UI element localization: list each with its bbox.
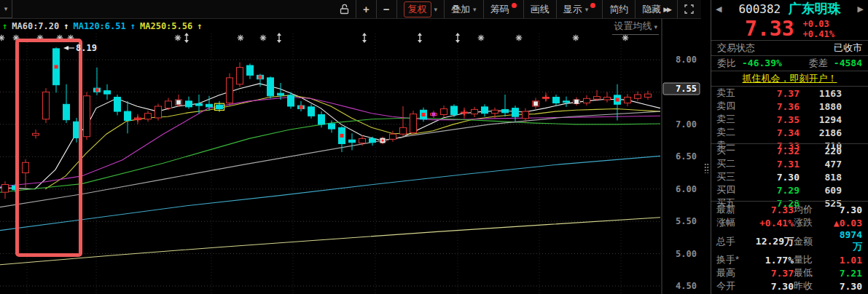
stat-label: 均价 xyxy=(794,203,830,216)
stat-value: ▲0.03 xyxy=(830,218,862,229)
button-label: 画线 xyxy=(531,3,550,16)
stat-value: 8974万 xyxy=(830,229,862,253)
chart-toolbar: ▾ +−复权▾叠加▾筹码画线显示▾简约隐藏▶▶ xyxy=(0,0,701,19)
level-label: 卖四 xyxy=(716,100,748,113)
stat-label: 涨跌 xyxy=(794,216,830,229)
plus-label: + xyxy=(363,3,370,15)
level-price: 7.29 xyxy=(748,185,799,196)
button-label: 简约 xyxy=(609,3,628,16)
level-volume: 477 xyxy=(799,159,842,170)
stats-row: 涨幅+0.41%涨跌▲0.03 xyxy=(711,216,868,229)
stat-label: 总手 xyxy=(716,235,750,248)
bid-row[interactable]: 买三7.30818 xyxy=(711,170,868,183)
stat-label: 换手* xyxy=(716,253,750,266)
stat-label: 最高 xyxy=(716,266,750,279)
stats-row: 总手12.29万金额8974万 xyxy=(711,229,868,253)
level-label: 买二 xyxy=(716,157,748,170)
weibi-value: -46.39% xyxy=(742,57,782,68)
ma-settings-button[interactable]: 设置均线▾ xyxy=(612,20,659,35)
open-account-link[interactable]: 抓住机会，即刻开户！ xyxy=(743,72,837,85)
ask-levels: 卖五7.371163卖四7.361880卖三7.351294卖二7.342186… xyxy=(711,87,868,143)
svg-text:7.00: 7.00 xyxy=(676,119,697,130)
svg-text:6.00: 6.00 xyxy=(676,184,697,194)
level-price: 7.30 xyxy=(748,172,799,183)
toolbar-button-画线[interactable]: 画线 xyxy=(523,0,556,18)
stat-value: 12.29万 xyxy=(750,235,794,248)
drawn-annotation-box[interactable] xyxy=(15,39,82,257)
stat-label: 今开 xyxy=(716,279,750,293)
ask-row[interactable]: 卖五7.371163 xyxy=(711,87,868,100)
ask-row[interactable]: 卖三7.351294 xyxy=(711,113,868,126)
candlestick-chart[interactable]: 8.007.507.006.506.005.505.004.507.55 xyxy=(0,0,701,294)
weicha-value: -4584 xyxy=(834,57,862,68)
zoom-in-button[interactable]: + xyxy=(356,0,376,18)
up-arrow-icon: ↑ xyxy=(130,21,136,31)
unlock-icon xyxy=(340,4,349,15)
zoom-out-button[interactable]: − xyxy=(376,0,396,18)
ma-legend: ↑MA60:7.20↑MA120:6.51↑MA250:5.56↑ xyxy=(2,20,202,31)
level-volume: 2186 xyxy=(799,127,842,138)
bid-row[interactable]: 买四7.29609 xyxy=(711,183,868,196)
button-label: 隐藏 xyxy=(642,3,661,16)
svg-text:4.50: 4.50 xyxy=(676,281,697,291)
button-label: 复权 xyxy=(404,1,431,17)
toolbar-button-复权[interactable]: 复权▾ xyxy=(396,0,445,18)
fullscreen-icon xyxy=(684,4,694,14)
button-label: 筹码 xyxy=(490,3,509,16)
price-annotation[interactable]: 8.19 xyxy=(63,43,97,53)
weibi-label: 委比 xyxy=(717,57,736,70)
chevron-down-icon: ▾ xyxy=(4,5,8,12)
level-price: 7.37 xyxy=(748,88,799,99)
level-price: 7.36 xyxy=(748,101,799,112)
collapse-dropdown-button[interactable]: ▾ xyxy=(0,0,12,18)
next-stock-button[interactable]: ▶ xyxy=(858,4,864,14)
level-volume: 609 xyxy=(799,185,842,196)
toolbar-button-显示[interactable]: 显示▾ xyxy=(556,0,603,18)
bid-row[interactable]: 买二7.31477 xyxy=(711,157,868,170)
trading-terminal-window: 8.007.507.006.506.005.505.004.507.55 ▾ +… xyxy=(0,0,868,294)
level-price: 7.35 xyxy=(748,114,799,125)
stat-label: 最低 xyxy=(794,266,830,279)
level-volume: 1880 xyxy=(799,101,842,112)
stat-label: 涨幅 xyxy=(716,216,750,229)
toolbar-button-叠加[interactable]: 叠加▾ xyxy=(444,0,483,18)
bid-levels: 买一7.32220买二7.31477买三7.30818买四7.29609买五7.… xyxy=(711,144,868,201)
panel-resize-grip[interactable] xyxy=(704,163,709,173)
level-label: 卖二 xyxy=(716,126,748,139)
level-volume: 1294 xyxy=(799,114,842,125)
weibi-row: 委比 -46.39% 委差 -4584 xyxy=(711,56,868,71)
ask-row[interactable]: 卖二7.342186 xyxy=(711,126,868,139)
notification-badge xyxy=(512,3,517,8)
level-price: 7.34 xyxy=(748,127,799,138)
svg-text:5.00: 5.00 xyxy=(676,249,697,259)
stock-name: 广东明珠 xyxy=(789,1,841,16)
stat-value: 7.33 xyxy=(750,204,794,215)
svg-text:5.50: 5.50 xyxy=(676,216,697,226)
ad-banner: 抓住机会，即刻开户！ xyxy=(711,71,868,86)
svg-text:6.50: 6.50 xyxy=(676,151,697,162)
chevron-down-icon: ▾ xyxy=(434,6,438,13)
prev-stock-button[interactable]: ◀ xyxy=(716,4,722,14)
level-label: 卖三 xyxy=(716,113,748,126)
level-price: 7.31 xyxy=(748,159,799,170)
up-arrow-icon: ↑ xyxy=(2,21,7,31)
level-label: 买三 xyxy=(716,170,748,183)
double-arrow-icon: ▶▶ xyxy=(663,6,670,13)
ask-row[interactable]: 卖四7.361880 xyxy=(711,100,868,113)
toolbar-button-隐藏[interactable]: 隐藏▶▶ xyxy=(635,0,677,18)
stat-value: 1.01 xyxy=(830,255,862,266)
up-arrow-icon: ↑ xyxy=(197,21,202,31)
toolbar-button-筹码[interactable]: 筹码 xyxy=(483,0,523,18)
svg-text:7.55: 7.55 xyxy=(676,84,697,94)
fullscreen-button[interactable] xyxy=(677,0,700,18)
stats-grid: 最新7.33均价7.30涨幅+0.41%涨跌▲0.03总手12.29万金额897… xyxy=(711,202,868,294)
minus-label: − xyxy=(383,3,390,15)
stat-value: 7.30 xyxy=(830,204,862,215)
bid-row[interactable]: 买一7.32220 xyxy=(711,144,868,157)
stat-value: 7.30 xyxy=(830,281,862,292)
stat-value: 7.30 xyxy=(750,281,794,292)
lock-toggle-button[interactable] xyxy=(333,0,356,18)
status-label: 交易状态 xyxy=(717,41,755,55)
chevron-down-icon: ▾ xyxy=(654,23,657,31)
toolbar-button-简约[interactable]: 简约 xyxy=(602,0,635,18)
